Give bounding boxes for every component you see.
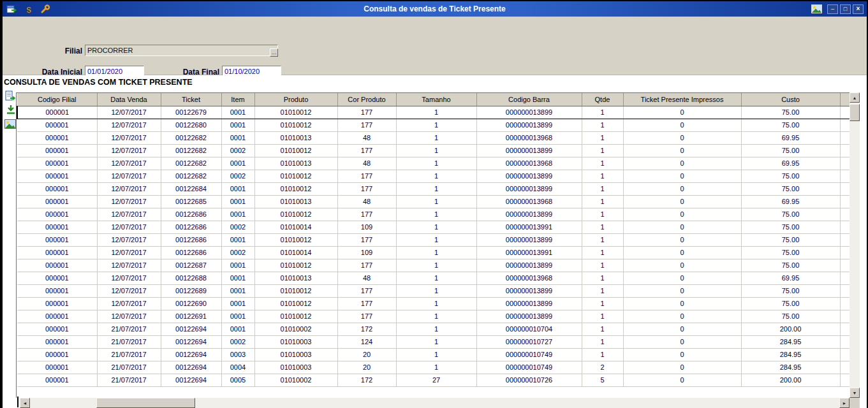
table-cell[interactable]: 2 (582, 361, 623, 374)
table-cell[interactable]: 12/07/2017 (97, 119, 161, 131)
scroll-down-button[interactable]: ▼ (850, 388, 860, 398)
table-cell[interactable]: 75.00 (741, 297, 840, 310)
minimize-button[interactable]: – (827, 4, 838, 14)
table-cell[interactable]: 000001 (17, 310, 97, 323)
table-cell[interactable]: 48 (337, 131, 396, 144)
table-cell[interactable]: 01010002 (254, 374, 337, 386)
table-cell[interactable]: 0 (623, 374, 741, 386)
table-cell[interactable]: 0001 (221, 297, 254, 310)
table-cell[interactable]: 01010012 (254, 233, 337, 246)
table-cell[interactable]: 1 (582, 272, 623, 284)
table-cell[interactable]: 0 (623, 182, 741, 195)
table-cell[interactable]: 00122691 (161, 310, 221, 323)
scroll-up-button[interactable]: ▲ (850, 92, 860, 103)
table-row[interactable]: 00000112/07/2017001226870001010100121771… (17, 259, 850, 272)
table-cell[interactable]: 12/07/2017 (97, 246, 161, 259)
table-cell[interactable]: 000000013968 (476, 131, 582, 144)
table-cell[interactable]: 1 (582, 259, 623, 272)
table-cell[interactable]: 00122694 (161, 374, 221, 386)
column-header[interactable]: Codigo Barra (476, 93, 582, 106)
table-cell[interactable]: 01010012 (254, 284, 337, 297)
table-cell[interactable]: 1 (582, 182, 623, 195)
table-cell[interactable]: 01010013 (254, 195, 337, 208)
table-cell[interactable]: 0005 (221, 374, 254, 386)
table-cell[interactable]: * (840, 310, 850, 323)
table-cell[interactable]: 75.00 (741, 144, 840, 157)
table-cell[interactable]: 177 (337, 144, 396, 157)
table-cell[interactable]: * (840, 144, 850, 157)
table-cell[interactable]: 000000010726 (476, 374, 582, 386)
table-cell[interactable]: 69.95 (741, 272, 840, 284)
table-cell[interactable]: 00122686 (161, 246, 221, 259)
table-cell[interactable]: 1 (582, 131, 623, 144)
table-cell[interactable]: 000001 (17, 157, 97, 170)
table-cell[interactable]: 0002 (221, 170, 254, 182)
table-cell[interactable]: 00122680 (161, 119, 221, 131)
table-cell[interactable]: 000000013899 (476, 297, 582, 310)
table-cell[interactable]: * (840, 259, 850, 272)
table-cell[interactable]: 1 (396, 323, 476, 335)
table-cell[interactable]: 0 (623, 335, 741, 348)
table-cell[interactable]: 27 (396, 374, 476, 386)
table-cell[interactable]: 21/07/2017 (97, 335, 161, 348)
table-cell[interactable]: 12/07/2017 (97, 284, 161, 297)
column-header[interactable]: Custo (741, 93, 840, 106)
table-cell[interactable]: 000000010704 (476, 323, 582, 335)
table-cell[interactable]: 109 (337, 221, 396, 233)
table-cell[interactable]: 1 (582, 310, 623, 323)
table-cell[interactable]: 000001 (17, 221, 97, 233)
table-cell[interactable]: 01010013 (254, 157, 337, 170)
table-cell[interactable]: 000001 (17, 323, 97, 335)
column-header[interactable]: Ticket Presente Impressos (623, 93, 741, 106)
table-cell[interactable]: * (840, 119, 850, 131)
table-cell[interactable]: 21/07/2017 (97, 323, 161, 335)
table-cell[interactable]: 75.00 (741, 119, 840, 131)
table-cell[interactable]: 000000010749 (476, 361, 582, 374)
table-cell[interactable]: 000000013899 (476, 144, 582, 157)
table-cell[interactable]: 0003 (221, 348, 254, 361)
table-cell[interactable]: 000001 (17, 297, 97, 310)
table-row[interactable]: 00000112/07/2017001226820001010100134810… (17, 157, 850, 170)
table-cell[interactable]: 75.00 (741, 221, 840, 233)
table-cell[interactable]: 1 (396, 119, 476, 131)
table-cell[interactable]: 21/07/2017 (97, 348, 161, 361)
horizontal-scroll-thumb[interactable] (96, 398, 195, 408)
table-cell[interactable]: 1 (396, 170, 476, 182)
table-cell[interactable]: 000001 (17, 170, 97, 182)
table-cell[interactable]: 000001 (17, 106, 97, 119)
table-row[interactable]: 00000121/07/2017001226940003010100032010… (17, 348, 850, 361)
table-cell[interactable]: 0002 (221, 144, 254, 157)
table-cell[interactable]: 75.00 (741, 284, 840, 297)
table-cell[interactable]: 200.00 (741, 374, 840, 386)
table-cell[interactable]: * (840, 182, 850, 195)
table-cell[interactable]: 0001 (221, 233, 254, 246)
table-cell[interactable]: 0 (623, 310, 741, 323)
table-cell[interactable]: 00122690 (161, 297, 221, 310)
table-cell[interactable]: 1 (396, 284, 476, 297)
table-cell[interactable]: 000001 (17, 195, 97, 208)
table-cell[interactable]: 000000010749 (476, 348, 582, 361)
table-cell[interactable]: 1 (582, 297, 623, 310)
table-row[interactable]: 00000112/07/2017001226820001010100134810… (17, 131, 850, 144)
table-cell[interactable]: 75.00 (741, 170, 840, 182)
table-cell[interactable]: 00122694 (161, 348, 221, 361)
table-cell[interactable]: 12/07/2017 (97, 144, 161, 157)
table-cell[interactable]: 1 (396, 195, 476, 208)
table-cell[interactable]: 5 (582, 374, 623, 386)
table-cell[interactable]: 177 (337, 182, 396, 195)
table-cell[interactable]: 00122688 (161, 272, 221, 284)
table-cell[interactable]: 69.95 (741, 157, 840, 170)
table-cell[interactable]: 12/07/2017 (97, 221, 161, 233)
table-row[interactable]: 00000112/07/2017001226910001010100121771… (17, 310, 850, 323)
export-report-button[interactable] (4, 91, 17, 103)
table-cell[interactable]: 1 (396, 131, 476, 144)
table-cell[interactable]: 1 (582, 106, 623, 119)
table-cell[interactable]: 00122694 (161, 323, 221, 335)
wrench-icon[interactable] (40, 4, 50, 14)
table-cell[interactable]: 109 (337, 246, 396, 259)
table-cell[interactable]: 0004 (221, 361, 254, 374)
table-cell[interactable]: 00122686 (161, 233, 221, 246)
table-cell[interactable]: 12/07/2017 (97, 259, 161, 272)
column-header[interactable]: Item (221, 93, 254, 106)
table-cell[interactable]: 177 (337, 106, 396, 119)
